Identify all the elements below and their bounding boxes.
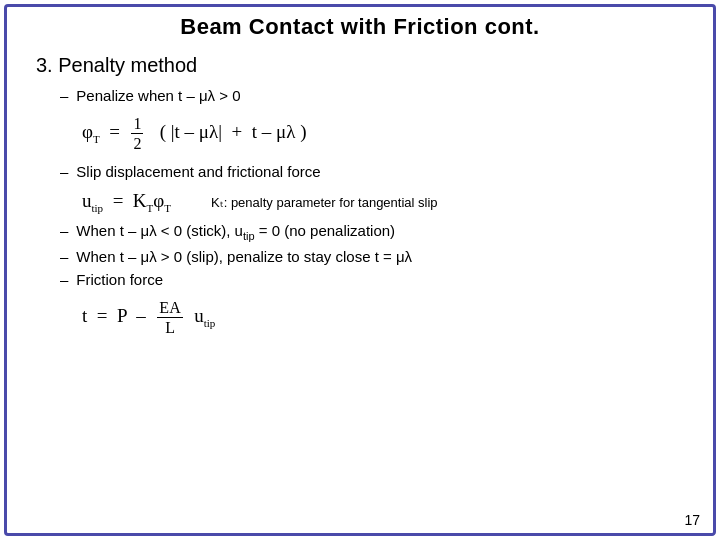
slip-formula: utip = KTφT <box>82 190 171 214</box>
slide-title: Beam Contact with Friction cont. <box>36 14 684 40</box>
bullet-1: – Penalize when t – μλ > 0 <box>60 87 684 104</box>
page-number: 17 <box>684 512 700 528</box>
phi-formula: φT = 1 2 ( |t – μλ| + t – μλ ) <box>82 114 684 153</box>
slip-formula-row: utip = KTφT Kₜ: penalty parameter for ta… <box>82 190 684 214</box>
bullet-dash-3: – <box>60 222 68 239</box>
bullet-dash-4: – <box>60 248 68 265</box>
bullet-text-3: When t – μλ < 0 (stick), utip = 0 (no pe… <box>76 222 395 242</box>
bullet-text-5: Friction force <box>76 271 163 288</box>
section-heading: 3. Penalty method <box>36 54 684 77</box>
kt-note: Kₜ: penalty parameter for tangential sli… <box>211 195 438 210</box>
friction-formula: t = P – EA L utip <box>82 298 684 337</box>
bullet-dash-5: – <box>60 271 68 288</box>
bullet-dash-1: – <box>60 87 68 104</box>
bullet-3: – When t – μλ < 0 (stick), utip = 0 (no … <box>60 222 684 242</box>
bullet-text-2: Slip displacement and frictional force <box>76 163 320 180</box>
bullet-dash-2: – <box>60 163 68 180</box>
bullet-2: – Slip displacement and frictional force <box>60 163 684 180</box>
bullet-5: – Friction force <box>60 271 684 288</box>
bullet-text-4: When t – μλ > 0 (slip), penalize to stay… <box>76 248 412 265</box>
bullet-4: – When t – μλ > 0 (slip), penalize to st… <box>60 248 684 265</box>
bullet-text-1: Penalize when t – μλ > 0 <box>76 87 240 104</box>
